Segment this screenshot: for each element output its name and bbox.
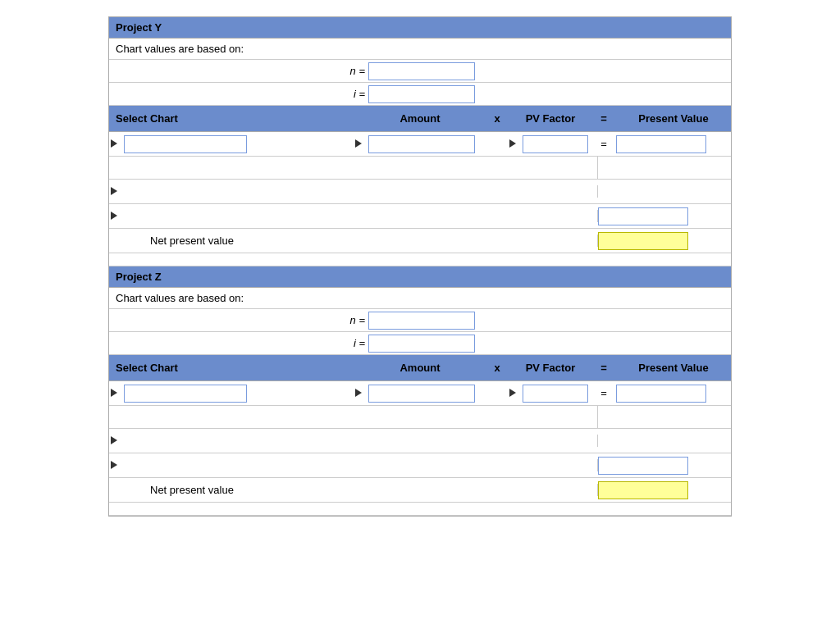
pv-factor-input-z1[interactable] bbox=[523, 385, 588, 403]
present-value-input-z1[interactable] bbox=[616, 385, 706, 403]
net-present-label-z: Net present value bbox=[150, 484, 234, 496]
equals-z1: = bbox=[591, 387, 616, 399]
net-present-row-y: Net present value bbox=[109, 229, 731, 253]
main-container: Project Y Chart values are based on: n =… bbox=[108, 16, 732, 517]
triangle-icon-y1 bbox=[111, 139, 117, 148]
triangle-icon-y2 bbox=[111, 187, 117, 195]
i-input-row-y: i = bbox=[109, 83, 731, 106]
n-input-z[interactable] bbox=[368, 312, 475, 330]
big-empty-row-y-2 bbox=[109, 204, 731, 229]
present-value-input-y1[interactable] bbox=[616, 135, 706, 153]
project-y-section: Project Y Chart values are based on: n =… bbox=[109, 17, 731, 266]
i-input-z[interactable] bbox=[368, 335, 475, 353]
header-pv-factor-z: PV Factor bbox=[509, 362, 591, 374]
present-value-input-y3[interactable] bbox=[598, 207, 688, 225]
amount-input-y1[interactable] bbox=[368, 135, 475, 153]
equals-y1: = bbox=[591, 138, 616, 150]
chart-based-y: Chart values are based on: bbox=[109, 39, 731, 60]
triangle-pv-icon-y1 bbox=[509, 139, 516, 148]
data-row-z-1: = bbox=[109, 381, 731, 406]
amount-input-z1[interactable] bbox=[368, 385, 475, 403]
header-row-y: Select Chart Amount x PV Factor = Presen… bbox=[109, 106, 731, 132]
net-present-row-z: Net present value bbox=[109, 478, 731, 503]
i-label-y: i = bbox=[109, 88, 368, 100]
big-empty-row-z-1 bbox=[109, 429, 731, 453]
i-input-y[interactable] bbox=[368, 85, 475, 103]
header-select-chart-y: Select Chart bbox=[109, 112, 355, 125]
n-input-row-y: n = bbox=[109, 60, 731, 83]
select-chart-input-y1[interactable] bbox=[124, 135, 247, 153]
project-y-title: Project Y bbox=[109, 17, 731, 39]
project-z-section: Project Z Chart values are based on: n =… bbox=[109, 266, 731, 516]
triangle-icon-y3 bbox=[111, 212, 117, 220]
header-equals-y: = bbox=[591, 112, 616, 125]
big-empty-row-y-1 bbox=[109, 180, 731, 204]
header-amount-y: Amount bbox=[355, 112, 485, 125]
header-equals-z: = bbox=[591, 362, 616, 374]
triangle-amount-icon-z1 bbox=[355, 389, 362, 397]
data-row-y-1: = bbox=[109, 132, 731, 157]
empty-row-y-1 bbox=[109, 157, 731, 180]
empty-row-z-1 bbox=[109, 406, 731, 429]
n-label-z: n = bbox=[109, 314, 368, 326]
project-z-title: Project Z bbox=[109, 266, 731, 288]
i-label-z: i = bbox=[109, 337, 368, 349]
header-present-value-y: Present Value bbox=[616, 112, 731, 125]
spacer-y bbox=[109, 253, 731, 266]
n-input-y[interactable] bbox=[368, 62, 475, 80]
spacer-z bbox=[109, 503, 731, 516]
triangle-icon-z2 bbox=[111, 436, 117, 444]
n-label-y: n = bbox=[109, 65, 368, 77]
triangle-amount-icon-y1 bbox=[355, 139, 362, 148]
net-present-value-input-y[interactable] bbox=[598, 232, 688, 250]
header-select-chart-z: Select Chart bbox=[109, 362, 355, 374]
header-amount-z: Amount bbox=[355, 362, 485, 374]
triangle-icon-z1 bbox=[111, 389, 117, 397]
i-input-row-z: i = bbox=[109, 332, 731, 355]
net-present-label-y: Net present value bbox=[150, 234, 234, 247]
triangle-pv-icon-z1 bbox=[509, 389, 516, 397]
chart-based-z: Chart values are based on: bbox=[109, 288, 731, 309]
big-empty-row-z-2 bbox=[109, 453, 731, 478]
chart-based-z-label: Chart values are based on: bbox=[116, 292, 244, 304]
header-present-value-z: Present Value bbox=[616, 362, 731, 374]
chart-based-y-label: Chart values are based on: bbox=[116, 43, 244, 55]
triangle-icon-z3 bbox=[111, 461, 117, 469]
header-row-z: Select Chart Amount x PV Factor = Presen… bbox=[109, 355, 731, 381]
net-present-value-input-z[interactable] bbox=[598, 481, 688, 499]
header-pv-factor-y: PV Factor bbox=[509, 112, 591, 125]
n-input-row-z: n = bbox=[109, 309, 731, 332]
present-value-input-z3[interactable] bbox=[598, 457, 688, 475]
pv-factor-input-y1[interactable] bbox=[523, 135, 588, 153]
header-x-y: x bbox=[485, 112, 509, 125]
header-x-z: x bbox=[485, 362, 509, 374]
select-chart-input-z1[interactable] bbox=[124, 385, 247, 403]
